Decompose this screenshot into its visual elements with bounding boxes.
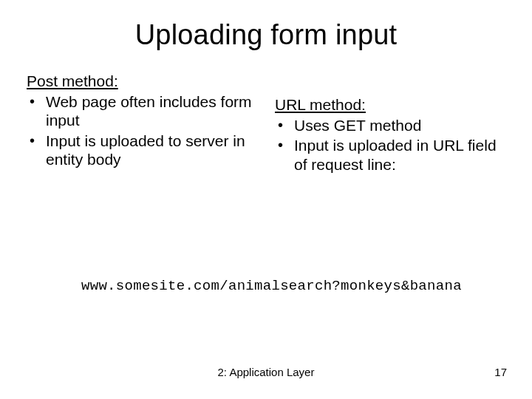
list-item: Input is uploaded to server in entity bo… xyxy=(27,132,257,169)
left-column: Post method: Web page often includes for… xyxy=(27,72,257,181)
url-method-heading: URL method: xyxy=(275,95,505,115)
list-item: Web page often includes form input xyxy=(27,92,257,130)
url-example: www.somesite.com/animalsearch?monkeys&ba… xyxy=(81,278,462,294)
footer-text: 2: Application Layer xyxy=(0,366,532,378)
slide-title: Uploading form input xyxy=(27,19,505,51)
list-item: Input is uploaded in URL field of reques… xyxy=(275,136,505,174)
content-columns: Post method: Web page often includes for… xyxy=(27,72,505,181)
url-method-list: Uses GET method Input is uploaded in URL… xyxy=(275,116,505,174)
right-column: URL method: Uses GET method Input is upl… xyxy=(275,72,505,181)
slide: Uploading form input Post method: Web pa… xyxy=(0,0,532,399)
page-number: 17 xyxy=(494,366,507,378)
post-method-heading: Post method: xyxy=(27,72,257,91)
post-method-list: Web page often includes form input Input… xyxy=(27,92,257,169)
list-item: Uses GET method xyxy=(275,116,505,135)
